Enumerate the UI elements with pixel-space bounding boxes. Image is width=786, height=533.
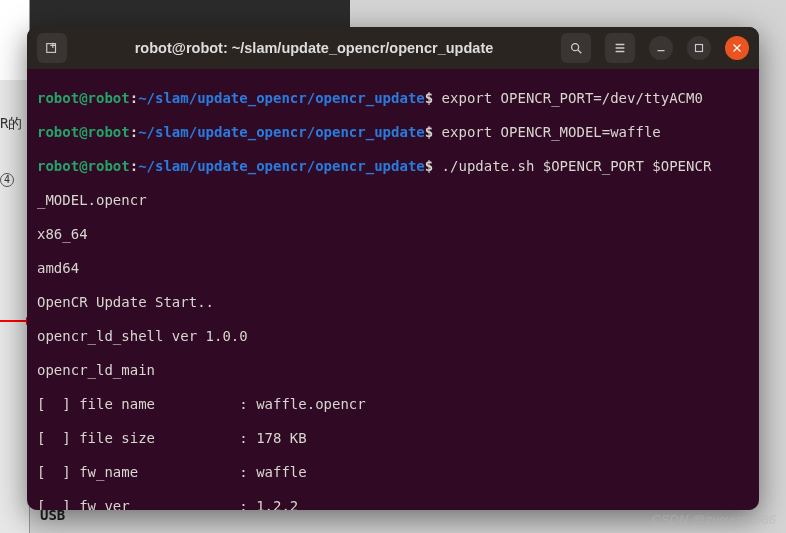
close-button[interactable] <box>725 36 749 60</box>
terminal-output-line: [ ] file name : waffle.opencr <box>37 396 749 413</box>
minimize-button[interactable] <box>649 36 673 60</box>
terminal-output-line: [ ] file size : 178 KB <box>37 430 749 447</box>
terminal-line: robot@robot:~/slam/update_opencr/opencr_… <box>37 124 749 141</box>
terminal-line: robot@robot:~/slam/update_opencr/opencr_… <box>37 90 749 107</box>
minimize-icon <box>654 41 668 55</box>
svg-rect-9 <box>696 45 703 52</box>
maximize-button[interactable] <box>687 36 711 60</box>
bg-r-text: R的 <box>0 115 22 133</box>
terminal-output-line: OpenCR Update Start.. <box>37 294 749 311</box>
command-text: export OPENCR_PORT=/dev/ttyACM0 <box>433 90 703 106</box>
terminal-window: robot@robot: ~/slam/update_opencr/opencr… <box>27 27 759 510</box>
search-button[interactable] <box>561 33 591 63</box>
terminal-output-line: opencr_ld_shell ver 1.0.0 <box>37 328 749 345</box>
new-tab-icon <box>45 41 59 55</box>
terminal-output-line: [ ] fw_name : waffle <box>37 464 749 481</box>
bg-circled-4: 4 <box>0 170 14 187</box>
svg-point-3 <box>572 44 579 51</box>
watermark: CSDN @zuoyuan666 <box>652 512 776 527</box>
svg-line-4 <box>578 50 582 54</box>
titlebar: robot@robot: ~/slam/update_opencr/opencr… <box>27 27 759 69</box>
window-title: robot@robot: ~/slam/update_opencr/opencr… <box>77 40 551 56</box>
menu-button[interactable] <box>605 33 635 63</box>
red-arrow-icon <box>0 320 28 322</box>
close-icon <box>730 41 744 55</box>
prompt-path: ~/slam/update_opencr/opencr_update <box>138 90 425 106</box>
terminal-line: _MODEL.opencr <box>37 192 749 209</box>
maximize-icon <box>692 41 706 55</box>
terminal-output-line: [ ] fw_ver : 1.2.2 <box>37 498 749 510</box>
terminal-output-line: opencr_ld_main <box>37 362 749 379</box>
prompt-user: robot@robot <box>37 90 130 106</box>
terminal-output-line: x86_64 <box>37 226 749 243</box>
search-icon <box>569 41 583 55</box>
terminal-body[interactable]: robot@robot:~/slam/update_opencr/opencr_… <box>27 69 759 510</box>
terminal-output-line: amd64 <box>37 260 749 277</box>
terminal-line: robot@robot:~/slam/update_opencr/opencr_… <box>37 158 749 175</box>
hamburger-icon <box>613 41 627 55</box>
background-left-strip: R的 4 <box>0 0 30 533</box>
new-tab-button[interactable] <box>37 33 67 63</box>
